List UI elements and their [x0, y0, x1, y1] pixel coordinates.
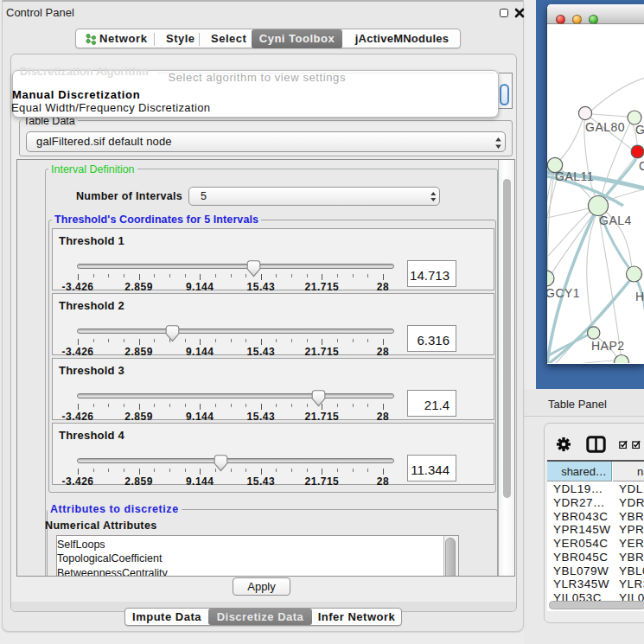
svg-text:GCY1: GCY1 [547, 286, 580, 300]
svg-text:GAL4: GAL4 [599, 214, 632, 227]
svg-text:C: C [639, 159, 644, 173]
svg-text:H: H [635, 290, 644, 303]
svg-text:GAL80: GAL80 [585, 120, 625, 134]
svg-text:HAP2: HAP2 [591, 339, 625, 353]
svg-text:GAL11: GAL11 [555, 169, 594, 183]
svg-text:GAL: GAL [635, 123, 644, 137]
